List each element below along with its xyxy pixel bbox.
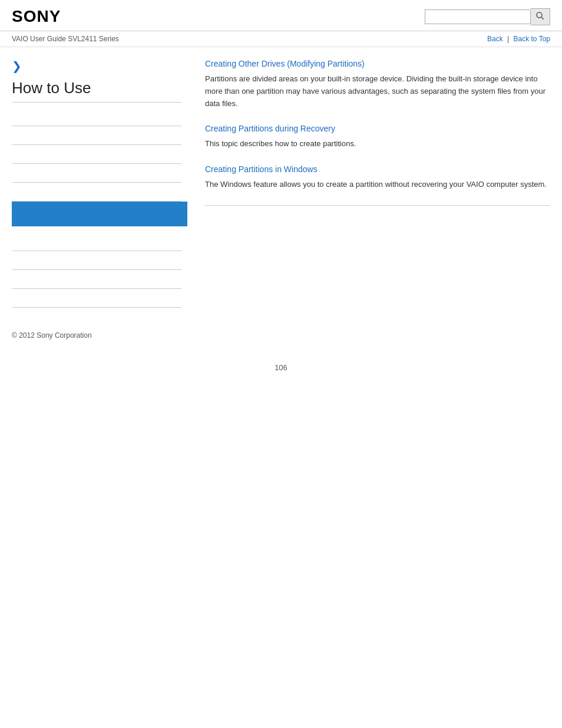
sidebar-nav-item-5[interactable] (12, 183, 181, 202)
content-divider (205, 205, 550, 206)
sidebar: ❯ How to Use (12, 59, 193, 308)
sidebar-nav-item-1[interactable] (12, 107, 181, 126)
sidebar-nav-item-4[interactable] (12, 164, 181, 183)
content-text-2: This topic describes how to create parti… (205, 138, 550, 150)
svg-line-1 (541, 17, 544, 19)
main-container: ❯ How to Use Creating Other Drives (Modi… (0, 47, 562, 319)
footer: © 2012 Sony Corporation (0, 319, 562, 351)
nav-links: Back | Back to Top (487, 35, 550, 43)
page-header: SONY (0, 0, 562, 31)
sidebar-nav-item-9[interactable] (12, 270, 181, 289)
search-bar (425, 8, 550, 25)
svg-point-0 (537, 12, 542, 18)
content-section-1: Creating Other Drives (Modifying Partiti… (205, 59, 550, 110)
link-creating-other-drives[interactable]: Creating Other Drives (Modifying Partiti… (205, 59, 550, 68)
search-icon (535, 11, 545, 21)
page-number: 106 (0, 351, 562, 384)
sidebar-chevron-icon: ❯ (12, 59, 181, 73)
sidebar-nav-group-lower (12, 232, 181, 308)
sony-logo: SONY (12, 7, 61, 26)
nav-separator: | (507, 35, 509, 43)
content-area: Creating Other Drives (Modifying Partiti… (193, 59, 550, 308)
guide-title: VAIO User Guide SVL2411 Series (12, 35, 119, 43)
sidebar-nav-item-2[interactable] (12, 126, 181, 145)
sidebar-title: How to Use (12, 79, 181, 103)
sidebar-nav-item-3[interactable] (12, 145, 181, 164)
sidebar-nav-item-7[interactable] (12, 232, 181, 251)
sidebar-nav-list (12, 107, 181, 226)
link-creating-partitions-recovery[interactable]: Creating Partitions during Recovery (205, 124, 550, 133)
content-section-2: Creating Partitions during Recovery This… (205, 124, 550, 150)
copyright-text: © 2012 Sony Corporation (12, 331, 92, 340)
search-input[interactable] (425, 9, 531, 24)
sidebar-nav-item-10[interactable] (12, 289, 181, 308)
content-section-3: Creating Partitions in Windows The Windo… (205, 164, 550, 191)
sidebar-nav-item-8[interactable] (12, 251, 181, 270)
content-text-3: The Windows feature allows you to create… (205, 179, 550, 191)
content-text-1: Partitions are divided areas on your bui… (205, 73, 550, 110)
link-creating-partitions-windows[interactable]: Creating Partitions in Windows (205, 164, 550, 174)
search-button[interactable] (531, 8, 550, 25)
sidebar-nav-item-6-active[interactable] (12, 202, 187, 226)
back-to-top-link[interactable]: Back to Top (514, 35, 550, 43)
back-link[interactable]: Back (487, 35, 503, 43)
sub-header: VAIO User Guide SVL2411 Series Back | Ba… (0, 31, 562, 47)
